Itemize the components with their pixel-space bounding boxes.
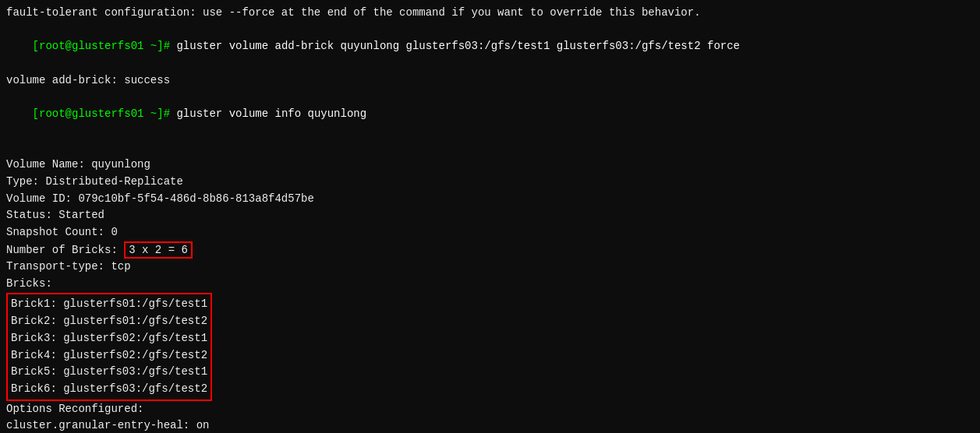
line-truncated: fault-tolerant configuration: use --forc…: [6, 5, 974, 22]
line-add-brick-success: volume add-brick: success: [6, 72, 974, 90]
line-info-cmd: [root@glusterfs01 ~]# gluster volume inf…: [6, 89, 974, 139]
volume-name: Volume Name: quyunlong: [6, 157, 974, 174]
brick3: Brick3: glusterfs02:/gfs/test1: [11, 330, 207, 347]
transport-type: Transport-type: tcp: [6, 259, 974, 276]
cmd-info: gluster volume info quyunlong: [170, 107, 366, 120]
brick6: Brick6: glusterfs03:/gfs/test2: [11, 381, 207, 398]
prompt-user: root@glusterfs01: [39, 40, 143, 52]
bricks-container: Brick1: glusterfs01:/gfs/test1 Brick2: g…: [6, 293, 212, 400]
bricks-label: Bricks:: [6, 276, 974, 293]
brick4: Brick4: glusterfs02:/gfs/test2: [11, 347, 207, 364]
cmd-add-brick: gluster volume add-brick quyunlong glust…: [170, 40, 740, 52]
brick2: Brick2: glusterfs01:/gfs/test2: [11, 313, 207, 330]
brick5: Brick5: glusterfs03:/gfs/test1: [11, 364, 207, 381]
prompt-bracket: [: [33, 40, 39, 52]
terminal: fault-tolerant configuration: use --forc…: [0, 0, 980, 433]
snapshot-count: Snapshot Count: 0: [6, 224, 974, 241]
volume-status: Status: Started: [6, 207, 974, 224]
blank-line: [6, 140, 974, 157]
line-add-brick-cmd: [root@glusterfs01 ~]# gluster volume add…: [6, 22, 974, 72]
brick1: Brick1: glusterfs01:/gfs/test1: [11, 296, 207, 313]
opt-granular: cluster.granular-entry-heal: on: [6, 417, 974, 433]
options-reconfigured: Options Reconfigured:: [6, 401, 974, 418]
bricks-highlight: 3 x 2 = 6: [124, 241, 193, 259]
volume-type: Type: Distributed-Replicate: [6, 174, 974, 191]
number-of-bricks-line: Number of Bricks: 3 x 2 = 6: [6, 241, 974, 259]
volume-id: Volume ID: 079c10bf-5f54-486d-8b86-813a8…: [6, 191, 974, 208]
